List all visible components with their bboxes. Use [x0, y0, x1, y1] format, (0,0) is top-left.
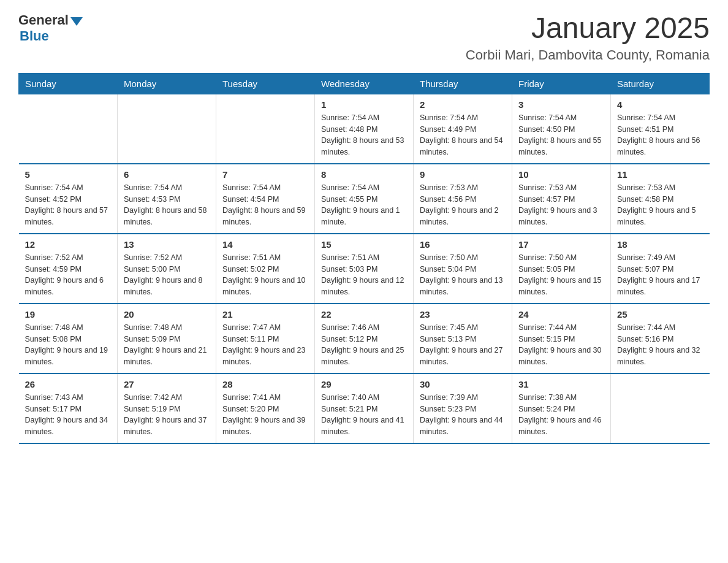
table-row: 19Sunrise: 7:48 AM Sunset: 5:08 PM Dayli… [19, 304, 118, 373]
table-row: 18Sunrise: 7:49 AM Sunset: 5:07 PM Dayli… [611, 234, 710, 304]
table-row: 20Sunrise: 7:48 AM Sunset: 5:09 PM Dayli… [118, 304, 216, 373]
table-row: 23Sunrise: 7:45 AM Sunset: 5:13 PM Dayli… [414, 304, 512, 373]
table-row: 2Sunrise: 7:54 AM Sunset: 4:49 PM Daylig… [414, 94, 512, 164]
day-info: Sunrise: 7:50 AM Sunset: 5:04 PM Dayligh… [420, 252, 506, 298]
day-info: Sunrise: 7:54 AM Sunset: 4:54 PM Dayligh… [222, 182, 308, 228]
table-row: 3Sunrise: 7:54 AM Sunset: 4:50 PM Daylig… [512, 94, 611, 164]
table-row: 25Sunrise: 7:44 AM Sunset: 5:16 PM Dayli… [611, 304, 710, 373]
logo: General Blue [18, 12, 83, 44]
day-info: Sunrise: 7:48 AM Sunset: 5:08 PM Dayligh… [25, 322, 112, 368]
day-info: Sunrise: 7:39 AM Sunset: 5:23 PM Dayligh… [420, 392, 506, 438]
day-info: Sunrise: 7:51 AM Sunset: 5:03 PM Dayligh… [321, 252, 407, 298]
day-info: Sunrise: 7:43 AM Sunset: 5:17 PM Dayligh… [25, 392, 112, 438]
day-number: 14 [222, 239, 308, 250]
day-number: 23 [420, 309, 506, 320]
day-info: Sunrise: 7:54 AM Sunset: 4:51 PM Dayligh… [617, 112, 703, 158]
day-info: Sunrise: 7:54 AM Sunset: 4:49 PM Dayligh… [420, 112, 506, 158]
logo-general-text: General [18, 12, 69, 28]
day-info: Sunrise: 7:47 AM Sunset: 5:11 PM Dayligh… [222, 322, 308, 368]
table-row [216, 94, 315, 164]
day-number: 20 [124, 309, 210, 320]
header-friday: Friday [512, 73, 611, 94]
table-row: 26Sunrise: 7:43 AM Sunset: 5:17 PM Dayli… [19, 373, 118, 443]
week-row-1: 1Sunrise: 7:54 AM Sunset: 4:48 PM Daylig… [19, 94, 710, 164]
table-row: 4Sunrise: 7:54 AM Sunset: 4:51 PM Daylig… [611, 94, 710, 164]
day-number: 8 [321, 169, 407, 180]
day-number: 10 [518, 169, 604, 180]
page-header: General Blue January 2025 Corbii Mari, D… [18, 12, 710, 63]
week-row-4: 19Sunrise: 7:48 AM Sunset: 5:08 PM Dayli… [19, 304, 710, 373]
header-monday: Monday [118, 73, 216, 94]
day-number: 18 [617, 239, 703, 250]
header-saturday: Saturday [611, 73, 710, 94]
table-row: 1Sunrise: 7:54 AM Sunset: 4:48 PM Daylig… [315, 94, 414, 164]
day-info: Sunrise: 7:46 AM Sunset: 5:12 PM Dayligh… [321, 322, 407, 368]
header-thursday: Thursday [414, 73, 512, 94]
table-row: 14Sunrise: 7:51 AM Sunset: 5:02 PM Dayli… [216, 234, 315, 304]
day-number: 28 [222, 379, 308, 389]
calendar-table: SundayMondayTuesdayWednesdayThursdayFrid… [18, 73, 710, 444]
day-number: 17 [518, 239, 604, 250]
header-sunday: Sunday [19, 73, 118, 94]
day-number: 22 [321, 309, 407, 320]
table-row: 9Sunrise: 7:53 AM Sunset: 4:56 PM Daylig… [414, 164, 512, 234]
day-info: Sunrise: 7:49 AM Sunset: 5:07 PM Dayligh… [617, 252, 703, 298]
day-number: 11 [617, 169, 703, 180]
table-row: 21Sunrise: 7:47 AM Sunset: 5:11 PM Dayli… [216, 304, 315, 373]
table-row: 7Sunrise: 7:54 AM Sunset: 4:54 PM Daylig… [216, 164, 315, 234]
day-info: Sunrise: 7:54 AM Sunset: 4:50 PM Dayligh… [518, 112, 604, 158]
day-number: 2 [420, 99, 506, 110]
day-info: Sunrise: 7:51 AM Sunset: 5:02 PM Dayligh… [222, 252, 308, 298]
table-row: 13Sunrise: 7:52 AM Sunset: 5:00 PM Dayli… [118, 234, 216, 304]
page-subtitle: Corbii Mari, Dambovita County, Romania [466, 47, 710, 63]
day-number: 31 [518, 379, 604, 389]
day-number: 21 [222, 309, 308, 320]
day-info: Sunrise: 7:41 AM Sunset: 5:20 PM Dayligh… [222, 392, 308, 438]
logo-blue-text: Blue [20, 28, 49, 44]
table-row: 27Sunrise: 7:42 AM Sunset: 5:19 PM Dayli… [118, 373, 216, 443]
table-row: 30Sunrise: 7:39 AM Sunset: 5:23 PM Dayli… [414, 373, 512, 443]
day-info: Sunrise: 7:52 AM Sunset: 5:00 PM Dayligh… [124, 252, 210, 298]
day-number: 26 [25, 379, 112, 389]
table-row: 10Sunrise: 7:53 AM Sunset: 4:57 PM Dayli… [512, 164, 611, 234]
day-number: 5 [25, 169, 112, 180]
table-row: 6Sunrise: 7:54 AM Sunset: 4:53 PM Daylig… [118, 164, 216, 234]
day-info: Sunrise: 7:53 AM Sunset: 4:58 PM Dayligh… [617, 182, 703, 228]
day-number: 27 [124, 379, 210, 389]
week-row-2: 5Sunrise: 7:54 AM Sunset: 4:52 PM Daylig… [19, 164, 710, 234]
day-info: Sunrise: 7:44 AM Sunset: 5:15 PM Dayligh… [518, 322, 604, 368]
calendar-body: 1Sunrise: 7:54 AM Sunset: 4:48 PM Daylig… [19, 94, 710, 443]
day-info: Sunrise: 7:53 AM Sunset: 4:56 PM Dayligh… [420, 182, 506, 228]
table-row: 15Sunrise: 7:51 AM Sunset: 5:03 PM Dayli… [315, 234, 414, 304]
day-info: Sunrise: 7:50 AM Sunset: 5:05 PM Dayligh… [518, 252, 604, 298]
day-info: Sunrise: 7:44 AM Sunset: 5:16 PM Dayligh… [617, 322, 703, 368]
table-row: 16Sunrise: 7:50 AM Sunset: 5:04 PM Dayli… [414, 234, 512, 304]
table-row: 12Sunrise: 7:52 AM Sunset: 4:59 PM Dayli… [19, 234, 118, 304]
table-row [118, 94, 216, 164]
header-row: SundayMondayTuesdayWednesdayThursdayFrid… [19, 73, 710, 94]
day-info: Sunrise: 7:54 AM Sunset: 4:53 PM Dayligh… [124, 182, 210, 228]
day-number: 29 [321, 379, 407, 389]
day-number: 25 [617, 309, 703, 320]
day-number: 9 [420, 169, 506, 180]
day-number: 15 [321, 239, 407, 250]
header-wednesday: Wednesday [315, 73, 414, 94]
page-title: January 2025 [466, 12, 710, 45]
day-number: 7 [222, 169, 308, 180]
week-row-3: 12Sunrise: 7:52 AM Sunset: 4:59 PM Dayli… [19, 234, 710, 304]
table-row [19, 94, 118, 164]
day-info: Sunrise: 7:54 AM Sunset: 4:52 PM Dayligh… [25, 182, 112, 228]
header-tuesday: Tuesday [216, 73, 315, 94]
day-number: 12 [25, 239, 112, 250]
day-info: Sunrise: 7:40 AM Sunset: 5:21 PM Dayligh… [321, 392, 407, 438]
week-row-5: 26Sunrise: 7:43 AM Sunset: 5:17 PM Dayli… [19, 373, 710, 443]
day-info: Sunrise: 7:53 AM Sunset: 4:57 PM Dayligh… [518, 182, 604, 228]
day-info: Sunrise: 7:52 AM Sunset: 4:59 PM Dayligh… [25, 252, 112, 298]
table-row: 8Sunrise: 7:54 AM Sunset: 4:55 PM Daylig… [315, 164, 414, 234]
day-number: 6 [124, 169, 210, 180]
calendar-header: SundayMondayTuesdayWednesdayThursdayFrid… [19, 73, 710, 94]
table-row: 29Sunrise: 7:40 AM Sunset: 5:21 PM Dayli… [315, 373, 414, 443]
day-number: 1 [321, 99, 407, 110]
day-info: Sunrise: 7:38 AM Sunset: 5:24 PM Dayligh… [518, 392, 604, 438]
day-number: 30 [420, 379, 506, 389]
